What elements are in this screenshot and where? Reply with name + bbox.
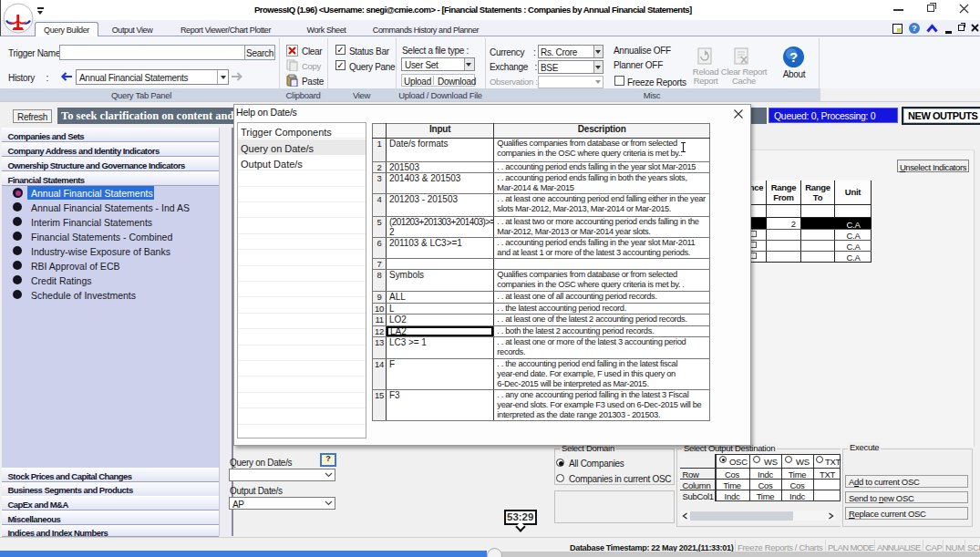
svg-text:?: ? [789, 49, 798, 65]
